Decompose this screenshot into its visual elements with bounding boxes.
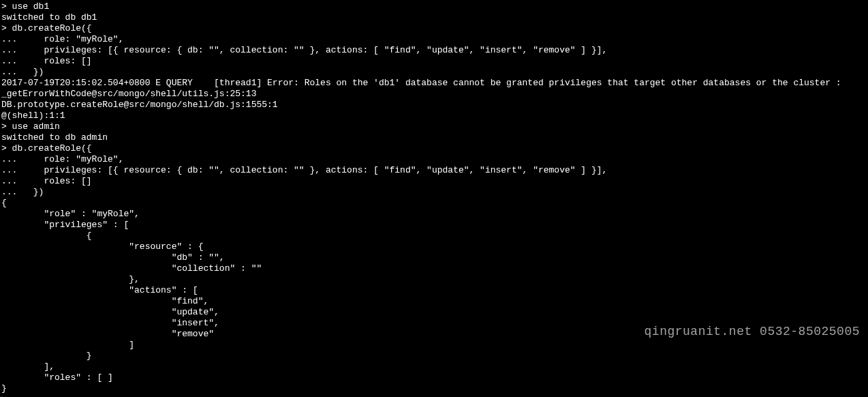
terminal-line: DB.prototype.createRole@src/mongo/shell/… xyxy=(1,100,867,111)
terminal-line: ... }) xyxy=(1,67,867,78)
terminal-line: ... roles: [] xyxy=(1,56,867,67)
terminal-line: "resource" : { xyxy=(1,241,867,252)
terminal-line: "update", xyxy=(1,307,867,318)
terminal-line: ... }) xyxy=(1,187,867,198)
terminal-line: "db" : "", xyxy=(1,252,867,263)
terminal-line: > use admin xyxy=(1,121,867,132)
terminal-line: switched to db admin xyxy=(1,132,867,143)
terminal-line: ... role: "myRole", xyxy=(1,154,867,165)
terminal-line: ] xyxy=(1,340,867,351)
terminal-line: 2017-07-19T20:15:02.504+0800 E QUERY [th… xyxy=(1,78,867,89)
terminal-line: { xyxy=(1,231,867,241)
terminal-line: } xyxy=(1,383,867,394)
terminal-line: "actions" : [ xyxy=(1,285,867,296)
terminal-line: _getErrorWithCode@src/mongo/shell/utils.… xyxy=(1,89,867,100)
watermark-text: qingruanit.net 0532-85025005 xyxy=(645,326,860,337)
terminal-line: ... roles: [] xyxy=(1,176,867,187)
terminal-line: ... privileges: [{ resource: { db: "", c… xyxy=(1,165,867,176)
terminal-line: ... role: "myRole", xyxy=(1,34,867,45)
terminal-line: } xyxy=(1,351,867,362)
terminal-line: "roles" : [ ] xyxy=(1,372,867,383)
terminal-line: ], xyxy=(1,362,867,372)
terminal-line: > db.createRole({ xyxy=(1,23,867,34)
terminal-line: }, xyxy=(1,274,867,285)
terminal-line: > db.createRole({ xyxy=(1,143,867,154)
terminal-line: > use db1 xyxy=(1,1,867,12)
terminal-line: switched to db db1 xyxy=(1,12,867,23)
terminal-line: ... privileges: [{ resource: { db: "", c… xyxy=(1,45,867,56)
terminal-line: "privileges" : [ xyxy=(1,220,867,231)
terminal-line: > xyxy=(1,394,867,397)
terminal-line: { xyxy=(1,198,867,209)
terminal-line: "collection" : "" xyxy=(1,263,867,274)
terminal-line: "find", xyxy=(1,296,867,307)
terminal-line: "role" : "myRole", xyxy=(1,209,867,220)
terminal-line: @(shell):1:1 xyxy=(1,111,867,121)
